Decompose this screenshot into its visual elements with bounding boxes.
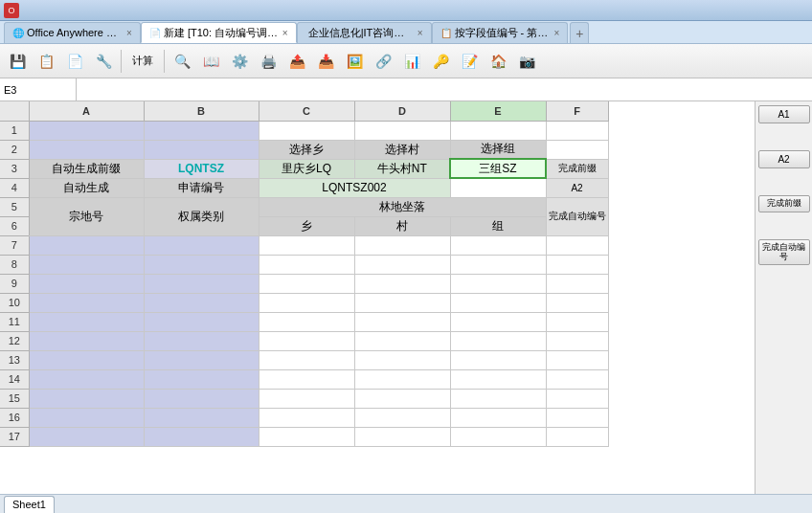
cell-E11[interactable] (450, 312, 546, 331)
cell-C11[interactable] (259, 312, 354, 331)
book-button[interactable]: 📖 (197, 48, 224, 75)
tab-3[interactable]: 企业信息化|IT咨询顾问|信... × (297, 22, 432, 43)
spreadsheet[interactable]: A B C D E F 1 (0, 101, 755, 494)
cell-C17[interactable] (259, 427, 354, 446)
cell-F9[interactable] (546, 274, 608, 293)
cell-C9[interactable] (259, 274, 354, 293)
tab-4-close[interactable]: × (554, 28, 560, 38)
download-button[interactable]: 📥 (312, 48, 339, 75)
cell-A9[interactable] (29, 274, 144, 293)
sidebar-btn-complete-prefix[interactable]: 完成前缀 (758, 195, 810, 212)
cell-B7[interactable] (144, 235, 259, 255)
note-button[interactable]: 📝 (456, 48, 483, 75)
cell-D10[interactable] (354, 293, 450, 312)
cell-B56[interactable]: 权属类别 (144, 197, 259, 235)
cell-A4[interactable]: 自动生成 (29, 178, 144, 197)
cell-F7[interactable] (546, 235, 608, 255)
cell-F8[interactable] (546, 255, 608, 274)
cell-C15[interactable] (259, 389, 354, 408)
cell-B12[interactable] (144, 331, 259, 350)
cell-B17[interactable] (144, 427, 259, 446)
cell-A17[interactable] (29, 427, 144, 446)
cell-E12[interactable] (450, 331, 546, 350)
cell-D8[interactable] (354, 255, 450, 274)
cell-A10[interactable] (29, 293, 144, 312)
cell-B11[interactable] (144, 312, 259, 331)
home-button[interactable]: 🏠 (485, 48, 511, 75)
cell-C13[interactable] (259, 350, 354, 369)
cell-D14[interactable] (354, 369, 450, 389)
cell-B15[interactable] (144, 389, 259, 408)
cell-E1[interactable] (450, 121, 546, 140)
cell-B9[interactable] (144, 274, 259, 293)
cell-B14[interactable] (144, 369, 259, 389)
cell-D16[interactable] (354, 408, 450, 427)
cell-B8[interactable] (144, 255, 259, 274)
cell-F4[interactable]: A2 (546, 178, 608, 197)
copy-button[interactable]: 📋 (33, 48, 59, 75)
cell-D9[interactable] (354, 274, 450, 293)
cell-E13[interactable] (450, 350, 546, 369)
cell-E9[interactable] (450, 274, 546, 293)
cell-F2[interactable] (546, 140, 608, 159)
search-button[interactable]: 🔍 (169, 48, 195, 75)
cell-E14[interactable] (450, 369, 546, 389)
image-button[interactable]: 🖼️ (341, 48, 368, 75)
namebox[interactable]: E3 (0, 78, 77, 100)
sheet-tab-1[interactable]: Sheet1 (4, 496, 55, 513)
cell-C14[interactable] (259, 369, 354, 389)
cell-C10[interactable] (259, 293, 354, 312)
tab-2[interactable]: 📄 新建 [T10: 自动编号调试] × (141, 22, 297, 43)
chart-button[interactable]: 📊 (398, 48, 425, 75)
print-button[interactable]: 🖨️ (255, 48, 282, 75)
cell-F10[interactable] (546, 293, 608, 312)
cell-A1[interactable] (29, 121, 144, 140)
col-header-A[interactable]: A (29, 101, 144, 121)
cell-B3[interactable]: LQNTSZ (144, 159, 259, 178)
cell-A7[interactable] (29, 235, 144, 255)
cell-B10[interactable] (144, 293, 259, 312)
col-header-E[interactable]: E (450, 101, 546, 121)
cell-D6[interactable]: 村 (354, 216, 450, 235)
col-header-F[interactable]: F (546, 101, 608, 121)
cell-E2[interactable]: 选择组 (450, 140, 546, 159)
tab-4[interactable]: 📋 按字段值编号 - 第2页 - ... × (432, 22, 569, 43)
sidebar-btn-complete-number[interactable]: 完成自动编号 (758, 239, 810, 266)
cell-F12[interactable] (546, 331, 608, 350)
cell-A12[interactable] (29, 331, 144, 350)
tab-add-button[interactable]: + (570, 22, 589, 43)
cell-F1[interactable] (546, 121, 608, 140)
cell-D1[interactable] (354, 121, 450, 140)
cell-F17[interactable] (546, 427, 608, 446)
cell-E8[interactable] (450, 255, 546, 274)
cell-A8[interactable] (29, 255, 144, 274)
key-button[interactable]: 🔑 (427, 48, 454, 75)
cell-C16[interactable] (259, 408, 354, 427)
cell-B16[interactable] (144, 408, 259, 427)
cell-C3[interactable]: 里庆乡LQ (259, 159, 354, 178)
cell-C12[interactable] (259, 331, 354, 350)
cell-D15[interactable] (354, 389, 450, 408)
tab-1[interactable]: 🌐 Office Anywhere 2013 网... × (4, 22, 141, 43)
upload-button[interactable]: 📤 (283, 48, 310, 75)
cell-F11[interactable] (546, 312, 608, 331)
cell-F16[interactable] (546, 408, 608, 427)
cell-C1[interactable] (259, 121, 354, 140)
cell-D3[interactable]: 牛头村NT (354, 159, 450, 178)
cell-A14[interactable] (29, 369, 144, 389)
col-header-B[interactable]: B (144, 101, 259, 121)
cell-E10[interactable] (450, 293, 546, 312)
sidebar-btn-A2[interactable]: A2 (758, 150, 810, 168)
cell-C6[interactable]: 乡 (259, 216, 354, 235)
cell-A15[interactable] (29, 389, 144, 408)
cell-A2[interactable] (29, 140, 144, 159)
cell-F56[interactable]: 完成自动编号 (546, 197, 608, 235)
cell-B13[interactable] (144, 350, 259, 369)
cell-B4[interactable]: 申请编号 (144, 178, 259, 197)
cell-D17[interactable] (354, 427, 450, 446)
cell-F15[interactable] (546, 389, 608, 408)
cell-CDE5[interactable]: 林地坐落 (259, 197, 546, 216)
tab-2-close[interactable]: × (282, 28, 288, 38)
cell-E17[interactable] (450, 427, 546, 446)
cell-D11[interactable] (354, 312, 450, 331)
